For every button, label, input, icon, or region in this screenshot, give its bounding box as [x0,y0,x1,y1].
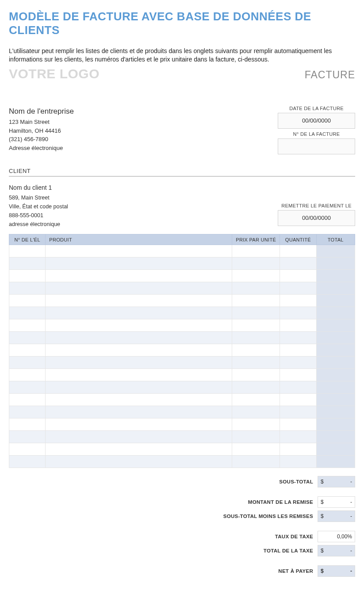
table-cell[interactable] [9,282,46,295]
table-cell[interactable] [232,369,280,381]
table-cell[interactable] [9,319,46,332]
table-cell[interactable] [316,357,355,369]
table-cell[interactable] [232,245,280,257]
table-cell[interactable] [9,307,46,319]
table-cell[interactable] [46,270,232,282]
table-cell[interactable] [9,443,46,456]
table-cell[interactable] [232,357,280,369]
table-cell[interactable] [46,406,232,418]
table-cell[interactable] [9,394,46,406]
table-cell[interactable] [316,270,355,282]
table-row[interactable] [9,332,355,344]
table-cell[interactable] [232,295,280,307]
table-cell[interactable] [280,357,316,369]
table-cell[interactable] [232,443,280,456]
table-cell[interactable] [9,257,46,270]
table-cell[interactable] [316,295,355,307]
table-cell[interactable] [9,332,46,344]
table-cell[interactable] [9,270,46,282]
table-cell[interactable] [46,344,232,357]
table-cell[interactable] [232,456,280,468]
table-row[interactable] [9,319,355,332]
table-cell[interactable] [280,418,316,431]
table-cell[interactable] [232,418,280,431]
table-cell[interactable] [46,418,232,431]
table-row[interactable] [9,394,355,406]
table-cell[interactable] [280,270,316,282]
table-row[interactable] [9,456,355,468]
table-cell[interactable] [46,357,232,369]
table-cell[interactable] [9,406,46,418]
table-cell[interactable] [316,431,355,443]
invoice-number-field[interactable] [278,138,355,154]
table-cell[interactable] [280,456,316,468]
table-cell[interactable] [316,369,355,381]
table-row[interactable] [9,357,355,369]
table-cell[interactable] [280,369,316,381]
table-cell[interactable] [46,394,232,406]
table-cell[interactable] [46,257,232,270]
table-cell[interactable] [316,245,355,257]
table-cell[interactable] [232,431,280,443]
discount-value[interactable]: $- [318,496,355,508]
table-cell[interactable] [232,344,280,357]
table-row[interactable] [9,431,355,443]
table-cell[interactable] [232,381,280,394]
table-cell[interactable] [316,319,355,332]
table-cell[interactable] [46,295,232,307]
table-cell[interactable] [9,344,46,357]
table-cell[interactable] [46,456,232,468]
table-row[interactable] [9,257,355,270]
table-cell[interactable] [46,431,232,443]
table-row[interactable] [9,443,355,456]
table-cell[interactable] [280,319,316,332]
table-cell[interactable] [232,307,280,319]
table-cell[interactable] [280,332,316,344]
table-cell[interactable] [232,319,280,332]
invoice-date-field[interactable]: 00/00/0000 [278,113,355,129]
table-cell[interactable] [316,344,355,357]
table-cell[interactable] [9,369,46,381]
table-cell[interactable] [280,443,316,456]
table-cell[interactable] [232,270,280,282]
table-cell[interactable] [9,456,46,468]
table-cell[interactable] [280,245,316,257]
table-cell[interactable] [9,295,46,307]
table-cell[interactable] [9,381,46,394]
table-row[interactable] [9,381,355,394]
table-cell[interactable] [9,431,46,443]
table-cell[interactable] [316,282,355,295]
table-cell[interactable] [280,295,316,307]
table-cell[interactable] [280,394,316,406]
table-cell[interactable] [280,406,316,418]
table-row[interactable] [9,245,355,257]
table-cell[interactable] [280,307,316,319]
table-cell[interactable] [316,381,355,394]
table-cell[interactable] [232,332,280,344]
table-row[interactable] [9,344,355,357]
table-cell[interactable] [232,406,280,418]
table-cell[interactable] [46,319,232,332]
table-cell[interactable] [316,456,355,468]
table-cell[interactable] [316,307,355,319]
table-cell[interactable] [280,381,316,394]
tax-rate-value[interactable]: 0,00% [318,531,355,542]
table-cell[interactable] [9,418,46,431]
table-cell[interactable] [316,418,355,431]
table-row[interactable] [9,369,355,381]
table-cell[interactable] [46,282,232,295]
table-row[interactable] [9,295,355,307]
table-row[interactable] [9,282,355,295]
table-cell[interactable] [46,332,232,344]
table-cell[interactable] [316,332,355,344]
table-cell[interactable] [46,443,232,456]
table-cell[interactable] [280,257,316,270]
table-cell[interactable] [280,282,316,295]
table-cell[interactable] [280,431,316,443]
table-row[interactable] [9,406,355,418]
table-cell[interactable] [9,357,46,369]
table-cell[interactable] [46,369,232,381]
table-row[interactable] [9,270,355,282]
table-cell[interactable] [316,406,355,418]
table-cell[interactable] [316,257,355,270]
